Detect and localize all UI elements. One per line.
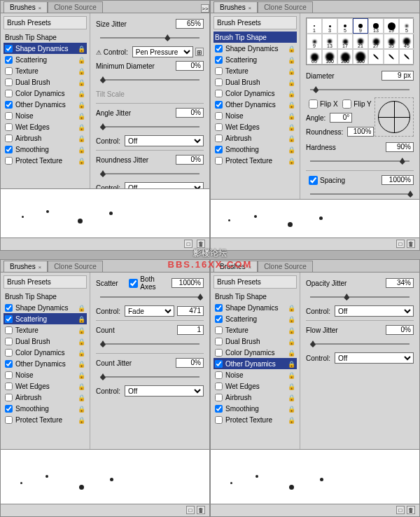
lock-icon[interactable] <box>78 45 85 53</box>
hardness-slider[interactable] <box>310 157 410 165</box>
brush-swatch[interactable]: 13 <box>368 18 384 34</box>
item-wet-edges[interactable]: Wet Edges <box>4 121 87 132</box>
brush-swatch[interactable]: 45 <box>399 34 414 49</box>
new-preset-icon[interactable]: □ <box>184 240 192 248</box>
item-protect[interactable]: Protect Texture <box>4 155 87 166</box>
scatter-value[interactable]: 1000% <box>172 278 204 288</box>
item-texture[interactable]: Texture <box>4 65 87 76</box>
item-dual-brush[interactable]: Dual Brush <box>4 76 87 88</box>
brush-swatch[interactable]: 35 <box>384 34 399 49</box>
brush-swatch[interactable]: 100 <box>322 49 337 64</box>
brush-swatch[interactable]: 19 <box>384 18 399 34</box>
item-scattering[interactable]: Scattering <box>4 54 87 65</box>
lock-icon[interactable] <box>78 90 85 97</box>
lock-icon[interactable] <box>78 112 85 120</box>
brush-presets-button[interactable]: Brush Presets <box>4 275 87 289</box>
brush-presets-button[interactable]: Brush Presets <box>214 16 297 29</box>
brush-swatch[interactable]: 1 <box>307 18 322 34</box>
item-other-dynamics[interactable]: Other Dynamics <box>214 358 297 369</box>
brush-swatch[interactable]: 17 <box>337 34 353 49</box>
trash-icon[interactable]: 🗑 <box>407 240 415 248</box>
new-preset-icon[interactable]: □ <box>396 240 405 248</box>
spacing-slider[interactable] <box>310 190 410 198</box>
spacing-value[interactable]: 1000% <box>382 175 414 185</box>
flow-jitter-slider[interactable] <box>310 340 410 348</box>
brush-swatch[interactable]: 27 <box>368 34 384 49</box>
opacity-jitter-slider[interactable] <box>310 293 410 301</box>
brush-presets-button[interactable]: Brush Presets <box>4 16 87 29</box>
toggle-icon[interactable] <box>195 48 204 56</box>
brush-picker-grid[interactable]: 135913195913172127354565100200300 <box>306 18 414 65</box>
item-color-dynamics[interactable]: Color Dynamics <box>4 88 87 99</box>
flow-control-select[interactable]: Off <box>335 352 414 364</box>
lock-icon[interactable] <box>78 56 85 64</box>
brush-swatch[interactable]: 5 <box>399 18 414 34</box>
spacing-check[interactable] <box>309 176 318 185</box>
lock-icon[interactable] <box>78 123 85 131</box>
lock-icon[interactable] <box>78 146 85 153</box>
tab-brushes[interactable]: Brushes × <box>214 261 258 272</box>
lock-icon[interactable] <box>78 101 85 109</box>
lock-icon[interactable] <box>78 157 85 165</box>
roundness-value[interactable]: 100% <box>347 127 374 137</box>
count-value[interactable]: 1 <box>177 325 204 335</box>
lock-icon[interactable] <box>78 78 85 86</box>
min-diameter-slider[interactable] <box>100 76 200 84</box>
item-smoothing[interactable]: Smoothing <box>4 144 87 155</box>
diameter-slider[interactable] <box>310 85 410 94</box>
item-scattering[interactable]: Scattering <box>4 313 87 324</box>
brush-swatch[interactable]: 9 <box>307 34 322 49</box>
item-shape-dynamics[interactable]: Shape Dynamics <box>4 43 87 54</box>
brush-swatch[interactable]: 5 <box>337 18 353 34</box>
count-jitter-control-select[interactable]: Off <box>125 385 204 397</box>
angle-control-select[interactable]: Off <box>125 135 204 146</box>
flip-x-check[interactable] <box>309 99 318 109</box>
tab-clone-source[interactable]: Clone Source <box>258 1 313 13</box>
diameter-value[interactable]: 9 px <box>382 71 414 81</box>
brush-swatch[interactable]: 200 <box>337 49 353 64</box>
round-jitter-slider[interactable] <box>100 170 200 178</box>
brush-swatch[interactable]: 9 <box>353 18 368 34</box>
brush-swatch[interactable]: 3 <box>322 18 337 34</box>
angle-value[interactable]: 0° <box>330 113 352 123</box>
new-preset-icon[interactable]: □ <box>186 506 195 514</box>
dock-icon[interactable]: >> <box>201 4 209 13</box>
tab-brushes[interactable]: Brushes × <box>4 1 48 13</box>
angle-jitter-slider[interactable] <box>100 123 200 131</box>
opacity-jitter-value[interactable]: 34% <box>386 278 414 288</box>
brush-presets-button[interactable]: Brush Presets <box>214 275 297 289</box>
trash-icon[interactable]: 🗑 <box>197 506 205 514</box>
size-control-select[interactable]: Pen Pressure <box>132 46 193 57</box>
size-jitter-slider[interactable] <box>100 34 200 42</box>
count-slider[interactable] <box>100 340 200 348</box>
brush-swatch[interactable]: 300 <box>353 49 368 64</box>
item-other-dynamics[interactable]: Other Dynamics <box>4 99 87 110</box>
item-brush-tip[interactable]: Brush Tip Shape <box>214 32 297 43</box>
scatter-control-select[interactable]: Fade <box>125 305 174 317</box>
tab-clone-source[interactable]: Clone Source <box>48 261 103 272</box>
lock-icon[interactable] <box>78 135 85 142</box>
trash-icon[interactable]: 🗑 <box>407 506 415 514</box>
tab-brushes[interactable]: Brushes × <box>214 1 258 13</box>
tab-clone-source[interactable]: Clone Source <box>48 1 103 13</box>
count-jitter-value[interactable]: 0% <box>176 358 204 368</box>
item-noise[interactable]: Noise <box>4 110 87 121</box>
item-brush-tip[interactable]: Brush Tip Shape <box>4 32 87 43</box>
scatter-slider[interactable] <box>100 293 200 301</box>
both-axes-check[interactable] <box>129 279 138 288</box>
brush-swatch[interactable]: 13 <box>322 34 337 49</box>
trash-icon[interactable]: 🗑 <box>197 240 205 248</box>
tab-brushes[interactable]: Brushes × <box>4 261 48 272</box>
flow-jitter-value[interactable]: 0% <box>386 325 414 335</box>
count-jitter-slider[interactable] <box>100 373 200 381</box>
opacity-control-select[interactable]: Off <box>335 305 414 317</box>
lock-icon[interactable] <box>78 67 85 75</box>
flip-y-check[interactable] <box>342 99 351 109</box>
angle-widget[interactable] <box>374 97 414 137</box>
hardness-value[interactable]: 90% <box>386 142 414 152</box>
tab-clone-source[interactable]: Clone Source <box>258 261 313 272</box>
brush-swatch[interactable]: 21 <box>353 34 368 49</box>
item-airbrush[interactable]: Airbrush <box>4 132 87 144</box>
brush-swatch[interactable]: 65 <box>307 49 322 64</box>
fade-value[interactable]: 471 <box>177 306 204 316</box>
